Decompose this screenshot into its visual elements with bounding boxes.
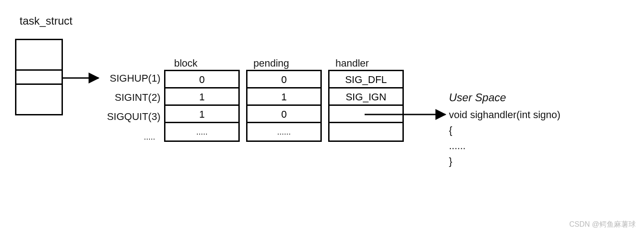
watermark: CSDN @鳄鱼麻薯球 [569, 220, 636, 229]
userspace-line4: } [449, 156, 452, 167]
userspace-line1: void sighandler(int signo) [449, 109, 561, 121]
userspace-title: User Space [449, 91, 506, 104]
userspace-line2: { [449, 125, 452, 136]
userspace-line3: ...... [449, 140, 466, 152]
